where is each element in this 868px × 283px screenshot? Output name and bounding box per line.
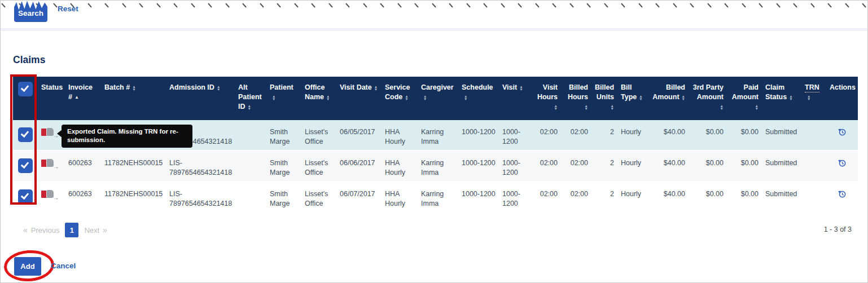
cell-value: Lisset's Office: [305, 159, 328, 176]
cell-caregiver: Karring Imma: [418, 120, 458, 151]
claims-page: Search Reset Claims StatusInvoice #▲Batc…: [0, 0, 868, 283]
next-arrow-icon[interactable]: »: [103, 225, 107, 235]
sort-icon[interactable]: ▲▼: [405, 95, 408, 100]
cell-batch: 11782NEHS00015: [101, 151, 166, 182]
row-checkbox[interactable]: [18, 127, 33, 142]
previous-arrow-icon[interactable]: «: [23, 225, 28, 235]
column-header-paid_amount[interactable]: Paid Amount▲▼: [727, 77, 762, 120]
cell-paid_amount: $0.00: [727, 120, 762, 151]
table-header-row: StatusInvoice #▲Batch #▲▼Admission ID▲▼A…: [13, 77, 858, 120]
tear-tick: [363, 3, 367, 7]
sort-icon[interactable]: ▲▼: [132, 85, 135, 91]
sort-icon[interactable]: ▲▼: [807, 95, 810, 100]
cell-value: HHA Hourly: [385, 128, 405, 145]
select-all-checkbox[interactable]: [18, 82, 33, 96]
cell-value: Submitted: [765, 159, 797, 167]
column-header-batch[interactable]: Batch #▲▼: [101, 77, 166, 120]
column-label: Patient: [270, 83, 293, 91]
sort-icon[interactable]: ▲▼: [519, 85, 523, 91]
cell-billed_amount: $40.00: [647, 151, 689, 182]
column-header-office[interactable]: Office Name▲▼: [301, 77, 336, 120]
history-icon[interactable]: [838, 127, 847, 139]
reset-link[interactable]: Reset: [58, 5, 78, 13]
column-header-third_party_amount[interactable]: 3rd Party Amount▲▼: [689, 77, 727, 120]
cell-bill_type: Hourly: [617, 120, 647, 151]
column-header-visit_date[interactable]: Visit Date▲▼: [336, 77, 382, 120]
cell-value: 11782NEHS00015: [104, 190, 163, 198]
row-checkbox[interactable]: [18, 189, 33, 204]
sort-icon[interactable]: ▲▼: [326, 95, 330, 100]
sort-icon[interactable]: ▲▼: [611, 104, 614, 110]
cell-value: 1000-1200: [462, 128, 496, 136]
sort-icon[interactable]: ▲▼: [585, 104, 588, 110]
sort-icon[interactable]: ▲▼: [720, 104, 724, 110]
sort-icon[interactable]: ▲▼: [217, 85, 220, 91]
cell-visit: 1000-1200: [499, 182, 531, 213]
column-label: Office Name: [305, 83, 325, 101]
column-header-billed_units[interactable]: Billed Units▲▼: [591, 77, 617, 120]
column-header-trn[interactable]: TRN▲▼: [801, 77, 826, 120]
current-page-button[interactable]: 1: [65, 223, 78, 237]
sort-icon[interactable]: ▲▼: [682, 95, 685, 100]
column-header-billed_hours[interactable]: Billed Hours▲▼: [561, 77, 591, 120]
sort-icon[interactable]: ▲▼: [554, 104, 558, 110]
pagination: « Previous 1 Next »: [20, 223, 111, 237]
sort-icon[interactable]: ▲▼: [423, 95, 427, 100]
exported-claim-icon[interactable]: →: [41, 158, 56, 168]
sort-icon[interactable]: ▲: [74, 96, 79, 99]
column-header-schedule[interactable]: Schedule▲▼: [458, 77, 499, 120]
column-label: Actions: [830, 83, 856, 91]
column-header-caregiver[interactable]: Caregiver▲▼: [418, 77, 458, 120]
cell-third_party_amount: $0.00: [689, 120, 727, 151]
column-label: Billed Amount: [652, 83, 685, 101]
sort-icon[interactable]: ▲▼: [248, 104, 251, 110]
column-label: Invoice #: [68, 83, 93, 101]
column-header-admission[interactable]: Admission ID▲▼: [166, 77, 235, 120]
column-header-claim_status[interactable]: Claim Status▲▼: [762, 77, 801, 120]
column-header-visit[interactable]: Visit▲▼: [499, 77, 531, 120]
column-header-bill_type[interactable]: Bill Type▲▼: [617, 77, 647, 120]
column-header-service_code[interactable]: Service Code▲▼: [382, 77, 418, 120]
next-page-link[interactable]: Next: [84, 226, 99, 235]
column-header-visit_hours[interactable]: Visit Hours▲▼: [531, 77, 561, 120]
cell-billed_amount: $40.00: [647, 182, 689, 213]
row-checkbox[interactable]: [18, 158, 33, 173]
cell-trn: [801, 120, 826, 151]
cell-value: $40.00: [664, 128, 685, 136]
sort-icon[interactable]: ▲▼: [272, 95, 275, 100]
sort-icon[interactable]: ▲▼: [639, 95, 642, 100]
exported-claim-icon[interactable]: →: [41, 127, 56, 137]
cell-actions: [826, 182, 858, 213]
history-icon[interactable]: [838, 158, 847, 170]
add-button[interactable]: Add: [14, 257, 41, 276]
cell-value: LIS-7897654654321418: [169, 190, 232, 207]
tear-tick: [122, 3, 126, 7]
sort-icon[interactable]: ▲▼: [374, 85, 378, 91]
column-header-billed_amount[interactable]: Billed Amount▲▼: [647, 77, 689, 120]
cell-visit_date: 06/06/2017: [336, 151, 382, 182]
cell-visit: 1000-1200: [499, 151, 531, 182]
tear-tick: [845, 3, 849, 7]
column-header-invoice[interactable]: Invoice #▲: [65, 77, 101, 120]
column-label: 3rd Party Amount: [693, 83, 724, 101]
tear-tick: [208, 3, 212, 7]
cell-value: 1000-1200: [502, 190, 520, 207]
cell-value: $0.00: [706, 190, 724, 198]
cell-value: 1000-1200: [462, 159, 496, 167]
cell-status: →: [38, 182, 65, 213]
column-header-select[interactable]: [13, 77, 38, 120]
sort-icon[interactable]: ▲▼: [464, 95, 467, 100]
previous-page-link[interactable]: Previous: [31, 226, 60, 235]
exported-claim-icon[interactable]: →: [41, 189, 56, 199]
column-header-patient[interactable]: Patient▲▼: [266, 77, 301, 120]
cell-value: 02:00: [540, 190, 558, 198]
sort-icon[interactable]: ▲▼: [789, 95, 792, 100]
tear-tick: [483, 3, 488, 7]
column-header-alt_patient[interactable]: Alt Patient ID▲▼: [235, 77, 266, 120]
tear-tick: [139, 3, 143, 7]
sort-icon[interactable]: ▲▼: [755, 104, 759, 110]
cancel-link[interactable]: Cancel: [51, 262, 76, 270]
cell-value: Hourly: [621, 190, 641, 198]
history-icon[interactable]: [838, 189, 847, 201]
column-label: TRN: [805, 83, 819, 92]
